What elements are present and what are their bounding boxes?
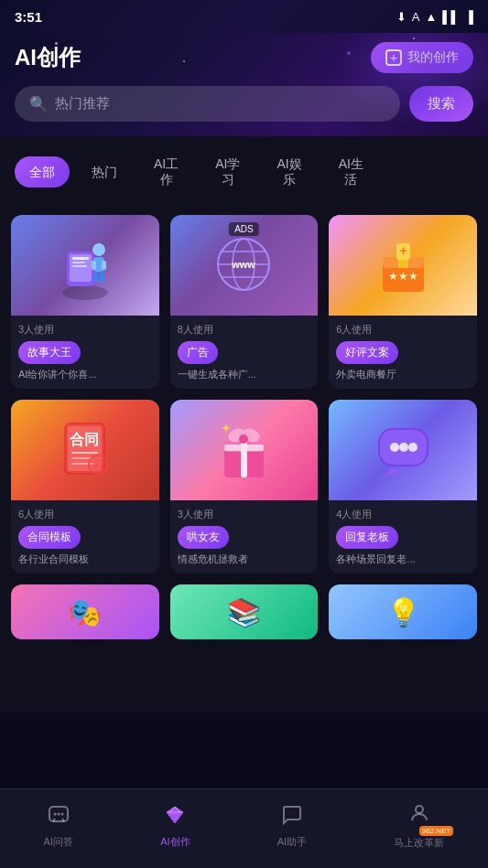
boss-illustration [329, 400, 477, 500]
tool-card-review[interactable]: + ★★★ 6人使用 好评文案 外卖电商餐厅 [329, 215, 477, 389]
download-icon: ⬇ [396, 10, 407, 24]
main-content: 3人使用 故事大王 AI给你讲个你喜... ADS [0, 208, 488, 713]
contract-illustration: 合同 [11, 400, 159, 500]
sim-icon: A [412, 10, 420, 24]
svg-point-46 [408, 443, 418, 452]
partial-icon-1: 🎭 [68, 596, 102, 628]
partial-row: 🎭 📚 💡 [11, 584, 477, 639]
chat-icon [48, 804, 70, 831]
card-desc-boss: 各种场景回复老... [336, 552, 470, 566]
card-image-story [11, 215, 159, 316]
tool-card-story[interactable]: 3人使用 故事大王 AI给你讲个你喜... [11, 215, 159, 389]
my-creation-button[interactable]: + 我的创作 [371, 42, 473, 73]
card-body-ads: 8人使用 广告 一键生成各种广... [170, 316, 319, 389]
tab-all[interactable]: 全部 [15, 156, 70, 188]
star-decoration [55, 42, 58, 45]
card-body-boss: 4人使用 回复老板 各种场景回复老... [329, 500, 477, 573]
star-decoration [347, 51, 351, 55]
card-desc-girlfriend: 情感危机拯救者 [178, 552, 311, 566]
header-row: AI创作 + 我的创作 [15, 42, 473, 73]
tool-card-girlfriend[interactable]: ✦ 3人使用 哄女友 情感危机拯救者 [170, 400, 319, 573]
card-tag-boss[interactable]: 回复老板 [336, 526, 398, 549]
tab-hot[interactable]: 热门 [77, 156, 132, 188]
status-bar: 3:51 ⬇ A ▲ ▌▌ ▐ [0, 0, 488, 33]
card-tag-contract[interactable]: 合同模板 [18, 526, 81, 549]
svg-rect-30 [71, 463, 94, 465]
nav-item-qa[interactable]: AI问答 [29, 800, 88, 852]
partial-card-2[interactable]: 📚 [170, 584, 319, 639]
svg-point-50 [60, 812, 63, 815]
svg-point-49 [57, 812, 60, 815]
tab-study[interactable]: AI学 习 [201, 149, 255, 195]
card-grid: 3人使用 故事大王 AI给你讲个你喜... ADS [11, 215, 477, 574]
search-button[interactable]: 搜索 [409, 86, 473, 122]
svg-point-44 [390, 443, 399, 452]
header-section: AI创作 + 我的创作 🔍 热门推荐 搜索 [0, 33, 488, 136]
card-tag-review[interactable]: 好评文案 [336, 341, 398, 364]
card-image-girlfriend: ✦ [170, 400, 319, 500]
status-time: 3:51 [15, 9, 42, 25]
card-body-girlfriend: 3人使用 哄女友 情感危机拯救者 [170, 500, 319, 573]
review-illustration: + ★★★ [329, 215, 477, 316]
card-body-story: 3人使用 故事大王 AI给你讲个你喜... [11, 316, 159, 389]
nav-item-create[interactable]: AI创作 [146, 800, 204, 852]
partial-card-1[interactable]: 🎭 [11, 584, 159, 639]
search-row: 🔍 热门推荐 搜索 [15, 86, 473, 122]
tab-work[interactable]: AI工 作 [139, 149, 193, 195]
nav-label-qa: AI问答 [44, 835, 73, 849]
svg-point-6 [92, 243, 105, 256]
partial-icon-3: 💡 [386, 596, 420, 628]
partial-card-inner-3: 💡 [329, 584, 477, 639]
svg-rect-11 [100, 272, 104, 283]
svg-text:+: + [399, 243, 407, 258]
svg-rect-29 [71, 457, 92, 459]
card-desc-ads: 一键生成各种广... [178, 368, 311, 381]
svg-point-45 [399, 443, 408, 452]
battery-icon: ▐ [465, 10, 473, 24]
card-body-contract: 6人使用 合同模板 各行业合同模板 [11, 500, 159, 573]
svg-point-48 [53, 812, 56, 815]
tab-entertainment[interactable]: AI娱 乐 [262, 149, 316, 195]
status-icons: ⬇ A ▲ ▌▌ ▐ [396, 10, 473, 24]
partial-icon-2: 📚 [227, 596, 261, 628]
nav-item-profile[interactable]: 马上改革新 962.NET [379, 798, 459, 853]
star-decoration [413, 38, 415, 39]
nav-item-assistant[interactable]: AI助手 [263, 800, 321, 852]
tab-life[interactable]: AI生 活 [324, 149, 378, 195]
wifi-icon: ▲ [425, 10, 437, 24]
svg-rect-10 [93, 272, 98, 283]
card-image-boss [329, 400, 477, 500]
tool-card-contract[interactable]: 合同 6人使用 合同模板 各行业合同模板 [11, 400, 159, 573]
partial-card-3[interactable]: 💡 [329, 584, 477, 639]
usage-count-story: 3人使用 [18, 323, 152, 337]
category-tabs: 全部 热门 AI工 作 AI学 习 AI娱 乐 AI生 活 [0, 136, 488, 208]
svg-point-0 [62, 285, 108, 300]
svg-text:www: www [232, 259, 256, 270]
partial-card-inner-2: 📚 [170, 584, 319, 639]
card-image-ads: ADS www [170, 215, 319, 316]
search-placeholder: 热门推荐 [55, 95, 110, 113]
card-tag-girlfriend[interactable]: 哄女友 [178, 526, 229, 549]
girlfriend-illustration: ✦ [170, 400, 319, 500]
search-container[interactable]: 🔍 热门推荐 [15, 86, 400, 122]
plus-icon: + [385, 49, 402, 66]
svg-rect-4 [72, 262, 85, 263]
nav-label-create: AI创作 [160, 835, 190, 849]
card-tag-story[interactable]: 故事大王 [18, 341, 81, 364]
svg-point-32 [92, 458, 104, 471]
card-tag-ads[interactable]: 广告 [178, 341, 218, 364]
usage-count-girlfriend: 3人使用 [178, 508, 311, 521]
card-desc-contract: 各行业合同模板 [18, 552, 152, 566]
svg-text:✦: ✦ [221, 421, 232, 435]
svg-rect-3 [72, 257, 89, 260]
nav-label-assistant: AI助手 [277, 835, 307, 849]
card-desc-review: 外卖电商餐厅 [336, 368, 470, 381]
svg-text:★★★: ★★★ [387, 270, 418, 283]
tool-card-ads[interactable]: ADS www 8人使用 广告 一键生 [170, 215, 319, 389]
card-image-contract: 合同 [11, 400, 159, 500]
usage-count-boss: 4人使用 [336, 508, 470, 521]
tool-card-boss[interactable]: 4人使用 回复老板 各种场景回复老... [329, 400, 477, 573]
partial-card-inner-1: 🎭 [11, 584, 159, 639]
star-decoration [183, 60, 185, 62]
svg-point-51 [416, 806, 423, 813]
